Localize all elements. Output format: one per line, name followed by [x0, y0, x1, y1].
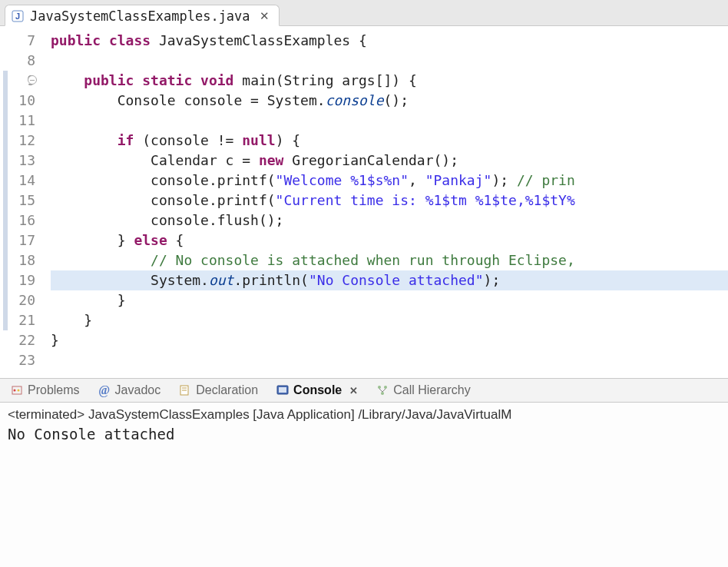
editor-tab-filename: JavaSystemClassExamples.java — [30, 8, 250, 24]
tab-declaration-label: Declaration — [196, 383, 258, 397]
line-number: 10 — [0, 91, 35, 111]
code-line[interactable]: Console console = System.console(); — [51, 91, 728, 111]
code-line[interactable] — [51, 350, 728, 370]
tab-declaration[interactable]: Declaration — [176, 382, 261, 399]
line-number: 7 — [0, 31, 35, 51]
code-line[interactable]: // No console is attached when run throu… — [51, 250, 728, 270]
console-launch-info: <terminated> JavaSystemClassExamples [Ja… — [0, 403, 728, 424]
close-icon[interactable]: ✕ — [256, 9, 270, 23]
code-line[interactable]: } — [51, 330, 728, 350]
fold-toggle-icon[interactable]: – — [28, 75, 37, 85]
code-line[interactable] — [51, 51, 728, 71]
line-number: 22 — [0, 330, 35, 350]
tab-problems[interactable]: Problems — [8, 382, 83, 399]
line-number: 14 — [0, 171, 35, 191]
line-number: 15 — [0, 191, 35, 211]
line-number: 21 — [0, 310, 35, 330]
svg-point-10 — [378, 386, 381, 389]
svg-point-4 — [18, 390, 20, 392]
tab-problems-label: Problems — [28, 383, 80, 397]
code-line[interactable]: console.printf("Current time is: %1$tm %… — [51, 191, 728, 211]
code-line[interactable]: console.printf("Welcome %1$s%n", "Pankaj… — [51, 171, 728, 191]
line-number: 17 — [0, 230, 35, 250]
editor-tab-bar: J JavaSystemClassExamples.java ✕ — [0, 0, 728, 26]
tab-console[interactable]: Console ✕ — [273, 382, 361, 399]
code-line[interactable]: Calendar c = new GregorianCalendar(); — [51, 151, 728, 171]
problems-icon — [11, 384, 23, 396]
tab-call-hierarchy[interactable]: Call Hierarchy — [373, 382, 473, 399]
bottom-view-tabs: Problems @ Javadoc Declaration Console ✕… — [0, 378, 728, 403]
line-number: 19 — [0, 270, 35, 290]
svg-point-11 — [384, 386, 387, 389]
line-number-gutter: 789–1011121314151617181920212223 — [0, 31, 43, 370]
svg-text:J: J — [15, 12, 20, 21]
code-line[interactable]: public class JavaSystemClassExamples { — [51, 31, 728, 51]
line-number: 11 — [0, 111, 35, 131]
line-number: 8 — [0, 51, 35, 71]
svg-point-12 — [381, 392, 384, 395]
tab-javadoc[interactable]: @ Javadoc — [95, 382, 164, 399]
svg-rect-9 — [279, 387, 286, 393]
svg-point-3 — [14, 390, 16, 392]
console-icon — [276, 384, 289, 396]
declaration-icon — [179, 384, 191, 396]
code-editor[interactable]: 789–1011121314151617181920212223 public … — [0, 26, 728, 378]
code-line[interactable]: } — [51, 310, 728, 330]
code-line[interactable]: public static void main(String args[]) { — [51, 71, 728, 91]
line-number: 16 — [0, 211, 35, 230]
call-hierarchy-icon — [376, 384, 389, 396]
tab-call-hierarchy-label: Call Hierarchy — [393, 383, 470, 397]
line-number: 18 — [0, 250, 35, 270]
console-output: No Console attached — [0, 424, 728, 453]
line-number: 23 — [0, 350, 35, 370]
line-number: 20 — [0, 290, 35, 310]
code-line[interactable]: if (console != null) { — [51, 131, 728, 151]
line-number: 12 — [0, 131, 35, 151]
code-area[interactable]: public class JavaSystemClassExamples { p… — [43, 31, 728, 370]
line-number: 9– — [0, 71, 35, 91]
line-number: 13 — [0, 151, 35, 171]
tab-javadoc-label: Javadoc — [115, 383, 161, 397]
close-icon[interactable]: ✕ — [346, 385, 358, 396]
java-file-icon: J — [12, 10, 24, 22]
tab-console-label: Console — [293, 383, 342, 397]
code-line[interactable]: } — [51, 290, 728, 310]
code-line[interactable]: System.out.println("No Console attached"… — [51, 270, 728, 290]
code-line[interactable] — [51, 111, 728, 131]
javadoc-icon: @ — [98, 384, 111, 396]
code-line[interactable]: } else { — [51, 230, 728, 250]
code-line[interactable]: console.flush(); — [51, 211, 728, 230]
editor-tab[interactable]: J JavaSystemClassExamples.java ✕ — [5, 5, 280, 26]
